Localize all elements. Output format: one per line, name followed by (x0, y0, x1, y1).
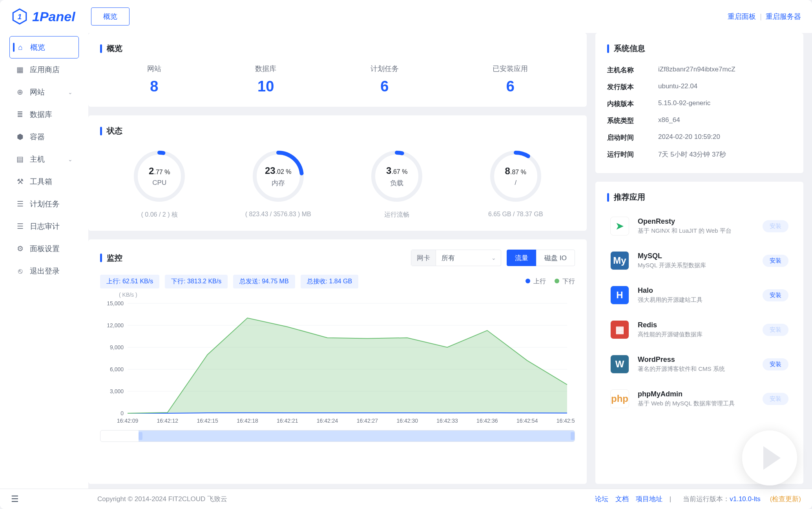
svg-text:6,000: 6,000 (110, 366, 124, 372)
status-card: 状态 2.77 %CPU( 0.06 / 2 ) 核23.02 %内存( 823… (88, 115, 587, 231)
sidebar-item-audit[interactable]: ☰日志审计 (9, 215, 79, 237)
install-button[interactable]: 安装 (763, 324, 788, 336)
sidebar-item-home[interactable]: ⌂概览 (9, 36, 79, 58)
chevron-down-icon: ⌄ (68, 89, 73, 95)
legend-up: 上行 (526, 277, 546, 286)
stat-value: 6 (370, 78, 399, 95)
footer-project-link[interactable]: 项目地址 (636, 494, 662, 504)
copyright: Copyright © 2014-2024 FIT2CLOUD 飞致云 (97, 494, 227, 504)
seg-traffic-button[interactable]: 流量 (507, 250, 536, 266)
sidebar-item-label: 退出登录 (30, 266, 60, 276)
svg-text:9,000: 9,000 (110, 344, 124, 350)
stat-value: 10 (255, 78, 276, 95)
check-update-link[interactable]: (检查更新) (770, 494, 801, 504)
app-name: MySQL (638, 252, 754, 260)
sysinfo-key: 内核版本 (607, 99, 646, 108)
svg-text:16:42:24: 16:42:24 (317, 418, 338, 424)
sidebar-item-box[interactable]: ⬢容器 (9, 126, 79, 148)
sidebar-item-grid[interactable]: ▦应用商店 (9, 58, 79, 81)
logout-icon: ⎋ (16, 267, 24, 275)
stat-item[interactable]: 计划任务6 (370, 64, 399, 95)
sidebar-item-label: 容器 (30, 132, 45, 142)
stat-value: 6 (493, 78, 528, 95)
seg-disk-button[interactable]: 磁盘 IO (536, 250, 575, 266)
network-card-select[interactable]: 网卡 所有 ⌄ (411, 250, 501, 266)
install-button[interactable]: 安装 (763, 255, 788, 267)
sidebar-item-label: 数据库 (30, 109, 52, 120)
sidebar-item-tool[interactable]: ⚒工具箱 (9, 170, 79, 193)
svg-text:3,000: 3,000 (110, 388, 124, 394)
recommend-item: MyMySQLMySQL 开源关系型数据库安装 (607, 245, 792, 276)
svg-text:16:42:09: 16:42:09 (117, 418, 139, 424)
stat-item[interactable]: 数据库10 (255, 64, 276, 95)
svg-text:16:42:27: 16:42:27 (357, 418, 378, 424)
install-button[interactable]: 安装 (763, 289, 788, 301)
globe-icon: ⊕ (16, 88, 24, 97)
sidebar-item-logout[interactable]: ⎋退出登录 (9, 260, 79, 282)
stat-label: 计划任务 (370, 64, 399, 73)
svg-text:16:42:33: 16:42:33 (436, 418, 458, 424)
sidebar-item-gear[interactable]: ⚙面板设置 (9, 237, 79, 260)
sysinfo-key: 运行时间 (607, 150, 646, 159)
sysinfo-key: 系统类型 (607, 116, 646, 125)
sidebar-item-label: 计划任务 (30, 199, 60, 209)
sysinfo-row: 运行时间7天 5小时 43分钟 37秒 (607, 146, 792, 163)
brand-text: 1Panel (32, 9, 75, 24)
stack-icon: ≣ (16, 110, 24, 119)
app-name: OpenResty (638, 217, 754, 226)
install-button[interactable]: 安装 (763, 220, 788, 232)
sysinfo-row: 启动时间2024-02-20 10:59:20 (607, 129, 792, 146)
restart-server-link[interactable]: 重启服务器 (766, 12, 801, 21)
gauge-percent: 2.77 % (149, 166, 170, 177)
gauge-sub: 6.65 GB / 78.37 GB (476, 211, 555, 218)
sysinfo-title: 系统信息 (607, 43, 792, 54)
app-desc: 高性能的开源键值数据库 (638, 331, 754, 338)
brand-logo[interactable]: 1 1Panel (11, 8, 89, 25)
page-tab-overview[interactable]: 概览 (91, 7, 130, 26)
recommend-item: ➤OpenResty基于 NGINX 和 LuaJIT 的 Web 平台安装 (607, 210, 792, 242)
sysinfo-value: 2024-02-20 10:59:20 (658, 133, 720, 142)
recommend-item: phpphpMyAdmin基于 Web 的 MySQL 数据库管理工具安装 (607, 383, 792, 414)
svg-text:16:42:57: 16:42:57 (557, 418, 575, 424)
stat-item[interactable]: 网站8 (147, 64, 161, 95)
svg-text:12,000: 12,000 (107, 322, 124, 328)
app-desc: 强大易用的开源建站工具 (638, 296, 754, 304)
gauge-name: 内存 (272, 179, 285, 188)
play-button[interactable] (742, 431, 797, 485)
sidebar-item-label: 主机 (30, 154, 45, 164)
recommend-item: HHalo强大易用的开源建站工具安装 (607, 279, 792, 311)
footer-forum-link[interactable]: 论坛 (595, 494, 608, 504)
chart-brush[interactable] (100, 430, 575, 442)
stat-item[interactable]: 已安装应用6 (493, 64, 528, 95)
box-icon: ⬢ (16, 133, 24, 141)
sidebar-toggle-icon[interactable]: ☰ (11, 494, 27, 504)
app-name: Halo (638, 286, 754, 295)
sidebar-item-globe[interactable]: ⊕网站⌄ (9, 81, 79, 103)
stat-label: 网站 (147, 64, 161, 73)
install-button[interactable]: 安装 (763, 393, 788, 405)
legend-down: 下行 (555, 277, 575, 286)
sysinfo-row: 内核版本5.15.0-92-generic (607, 95, 792, 112)
app-icon: php (610, 389, 629, 408)
gauge-percent: 3.67 % (386, 165, 407, 176)
sidebar-item-label: 概览 (30, 42, 45, 53)
sysinfo-value: 7天 5小时 43分钟 37秒 (658, 150, 726, 159)
gauge-name: CPU (152, 179, 166, 187)
sidebar-item-server[interactable]: ▤主机⌄ (9, 148, 79, 170)
app-desc: MySQL 开源关系型数据库 (638, 262, 754, 269)
install-button[interactable]: 安装 (763, 358, 788, 370)
sidebar-item-calendar[interactable]: ☰计划任务 (9, 193, 79, 215)
app-icon: My (610, 251, 629, 270)
gear-icon: ⚙ (16, 244, 24, 253)
restart-panel-link[interactable]: 重启面板 (728, 12, 756, 21)
home-icon: ⌂ (16, 43, 25, 52)
sidebar-item-stack[interactable]: ≣数据库 (9, 103, 79, 126)
svg-text:16:42:15: 16:42:15 (197, 418, 218, 424)
footer-docs-link[interactable]: 文档 (615, 494, 629, 504)
badge-total-sent: 总发送: 94.75 MB (233, 275, 295, 288)
badge-up-rate: 上行: 62.51 KB/s (100, 275, 159, 288)
monitor-card: 监控 网卡 所有 ⌄ 流量 磁盘 IO 上行: 62.51 KB/s (88, 239, 587, 484)
traffic-chart: 03,0006,0009,00012,00015,00016:42:0916:4… (100, 299, 575, 425)
app-icon: ➤ (610, 217, 629, 235)
status-title: 状态 (100, 126, 575, 136)
